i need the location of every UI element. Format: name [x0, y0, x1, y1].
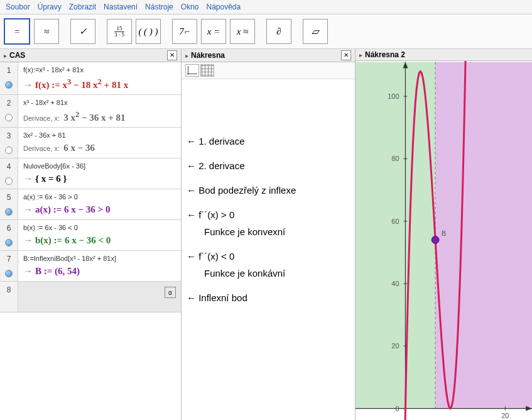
- tool-paren[interactable]: ( ( ) ): [136, 19, 161, 44]
- tool-xeq[interactable]: x =: [201, 19, 226, 44]
- alpha-button[interactable]: α: [165, 287, 176, 298]
- close-icon[interactable]: ✕: [341, 50, 351, 60]
- cas-row-number: 7: [0, 251, 18, 281]
- cas-title: CAS: [9, 51, 25, 60]
- cas-cell[interactable]: 3x² - 36x + 81Derivace, x: 6 x − 36: [18, 128, 181, 158]
- svg-text:0: 0: [395, 405, 399, 412]
- menu-item-soubor[interactable]: Soubor: [4, 2, 32, 12]
- visibility-toggle-icon[interactable]: [5, 208, 13, 216]
- svg-text:20: 20: [391, 342, 399, 350]
- cas-output: →b(x) := 6 x − 36 < 0: [23, 235, 176, 246]
- concave-region: [435, 62, 532, 409]
- cas-row-3[interactable]: 33x² - 36x + 81Derivace, x: 6 x − 36: [0, 128, 181, 158]
- cas-row-number: 3: [0, 128, 18, 158]
- point-B[interactable]: [432, 236, 439, 244]
- visibility-toggle-icon[interactable]: [5, 177, 13, 185]
- tool-equals[interactable]: =: [4, 18, 30, 45]
- tool-frac[interactable]: 153 · 5: [107, 19, 132, 44]
- grid-icon[interactable]: [200, 64, 214, 77]
- cas-input: B:=InflexniBod[x³ - 18x² + 81x]: [23, 255, 176, 262]
- cas-row-number: 8: [0, 282, 18, 312]
- cas-output: →B := (6, 54): [23, 266, 176, 277]
- visibility-toggle-icon[interactable]: [5, 81, 13, 89]
- tool-check[interactable]: ✓: [70, 19, 95, 44]
- graphics1-title: Nákresna: [191, 51, 225, 60]
- menu-item-nástroje[interactable]: Nástroje: [143, 2, 175, 12]
- panels-container: ▸ CAS ✕ 1f(x):=x³ - 18x² + 81x→f(x) := x…: [0, 49, 532, 420]
- cas-sublabel: Derivace, x: 6 x − 36: [23, 143, 176, 153]
- cas-row-5[interactable]: 5a(x) := 6x - 36 > 0→a(x) := 6 x − 36 > …: [0, 189, 181, 220]
- annotation-subtext: Funkce je konkávní: [204, 267, 350, 280]
- cas-cell[interactable]: NuloveBody[6x - 36]→{ x = 6 }: [18, 158, 181, 189]
- cas-row-4[interactable]: 4NuloveBody[6x - 36]→{ x = 6 }: [0, 158, 181, 189]
- collapse-icon[interactable]: ▸: [4, 52, 7, 59]
- annotation-3: ← Bod podezřelý z inflexe: [187, 184, 350, 197]
- tool-eraser[interactable]: ▱: [303, 19, 328, 44]
- cas-cell[interactable]: B:=InflexniBod[x³ - 18x² + 81x]→B := (6,…: [18, 251, 181, 281]
- cas-row-number: 4: [0, 158, 18, 189]
- cas-row-number: 6: [0, 220, 18, 250]
- cas-row-6[interactable]: 6b(x) := 6x - 36 < 0→b(x) := 6 x − 36 < …: [0, 220, 181, 251]
- menu-item-okno[interactable]: Okno: [179, 2, 201, 12]
- close-icon[interactable]: ✕: [167, 50, 177, 60]
- graphics2-body[interactable]: 0 20 40 60 80 100 20 B: [356, 61, 532, 420]
- annotation-text: ← f´´(x) > 0: [187, 208, 350, 221]
- point-B-label: B: [442, 229, 446, 237]
- cas-input: NuloveBody[6x - 36]: [23, 162, 176, 170]
- cas-cell[interactable]: b(x) := 6x - 36 < 0→b(x) := 6 x − 36 < 0: [18, 220, 181, 250]
- graphics1-panel: ▸ Nákresna ✕ ← 1. derivace← 2. derivace←…: [182, 49, 356, 420]
- annotation-text: ← Bod podezřelý z inflexe: [187, 184, 350, 197]
- visibility-toggle-icon[interactable]: [5, 270, 13, 277]
- cas-cell[interactable]: x³ - 18x² + 81xDerivace, x: 3 x2 − 36 x …: [18, 95, 181, 127]
- visibility-toggle-icon[interactable]: [5, 146, 13, 154]
- tool-angle[interactable]: 7⌐: [172, 19, 197, 44]
- tool-xapprox[interactable]: x ≈: [230, 19, 255, 44]
- tool-deriv[interactable]: ∂: [266, 19, 291, 44]
- graphics2-title: Nákresna 2: [365, 50, 405, 59]
- cas-cell[interactable]: a(x) := 6x - 36 > 0→a(x) := 6 x − 36 > 0: [18, 189, 181, 219]
- tool-approx[interactable]: ≈: [34, 19, 59, 44]
- cas-output: →{ x = 6 }: [23, 174, 176, 184]
- collapse-icon[interactable]: ▸: [359, 52, 362, 58]
- cas-row-7[interactable]: 7B:=InflexniBod[x³ - 18x² + 81x]→B := (6…: [0, 251, 181, 282]
- graphics2-header[interactable]: ▸ Nákresna 2: [356, 49, 532, 61]
- cas-body: 1f(x):=x³ - 18x² + 81x→f(x) := x3 − 18 x…: [0, 62, 181, 420]
- cas-row-8[interactable]: 8α: [0, 282, 181, 312]
- cas-input: b(x) := 6x - 36 < 0: [23, 224, 176, 231]
- cas-input: 3x² - 36x + 81: [23, 131, 176, 139]
- annotation-text: ← 2. derivace: [187, 159, 350, 172]
- graphics1-header[interactable]: ▸ Nákresna ✕: [182, 49, 355, 62]
- annotation-6: ← Inflexní bod: [187, 291, 350, 304]
- cas-header[interactable]: ▸ CAS ✕: [0, 49, 181, 62]
- annotation-5: ← f´´(x) < 0Funkce je konkávní: [187, 250, 350, 280]
- menu-item-nápověda[interactable]: Nápověda: [204, 2, 242, 12]
- annotation-subtext: Funkce je konvexní: [204, 225, 350, 238]
- menu-item-nastavení[interactable]: Nastavení: [102, 2, 139, 12]
- visibility-toggle-icon[interactable]: [5, 114, 13, 121]
- menu-item-úpravy[interactable]: Úpravy: [36, 2, 63, 12]
- menu-item-zobrazit[interactable]: Zobrazit: [67, 2, 98, 12]
- cas-sublabel: Derivace, x: 3 x2 − 36 x + 81: [23, 110, 176, 123]
- cas-row-number: 2: [0, 95, 18, 127]
- cas-input: x³ - 18x² + 81x: [23, 99, 176, 106]
- cas-cell[interactable]: f(x):=x³ - 18x² + 81x→f(x) := x3 − 18 x2…: [18, 62, 181, 94]
- axes-icon[interactable]: [185, 64, 199, 77]
- cas-row-2[interactable]: 2x³ - 18x² + 81xDerivace, x: 3 x2 − 36 x…: [0, 95, 181, 128]
- plot-svg: 0 20 40 60 80 100 20 B: [356, 61, 532, 420]
- collapse-icon[interactable]: ▸: [185, 52, 188, 59]
- cas-output: →f(x) := x3 − 18 x2 + 81 x: [23, 77, 176, 91]
- svg-text:100: 100: [388, 92, 399, 100]
- svg-text:80: 80: [391, 155, 399, 162]
- annotation-text: ← f´´(x) < 0: [187, 250, 350, 263]
- cas-cell[interactable]: α: [18, 282, 181, 312]
- convex-region: [356, 62, 435, 409]
- visibility-toggle-icon[interactable]: [5, 239, 13, 246]
- cas-row-1[interactable]: 1f(x):=x³ - 18x² + 81x→f(x) := x3 − 18 x…: [0, 62, 181, 95]
- graphics1-body[interactable]: ← 1. derivace← 2. derivace← Bod podezřel…: [182, 79, 355, 420]
- cas-input: f(x):=x³ - 18x² + 81x: [23, 66, 176, 74]
- cas-input: a(x) := 6x - 36 > 0: [23, 193, 176, 201]
- graphics1-toolbar: [182, 62, 355, 79]
- cas-row-number: 1: [0, 62, 18, 94]
- svg-text:60: 60: [391, 218, 399, 225]
- toolbar: =≈✓153 · 5( ( ) )7⌐x =x ≈∂▱: [0, 14, 532, 49]
